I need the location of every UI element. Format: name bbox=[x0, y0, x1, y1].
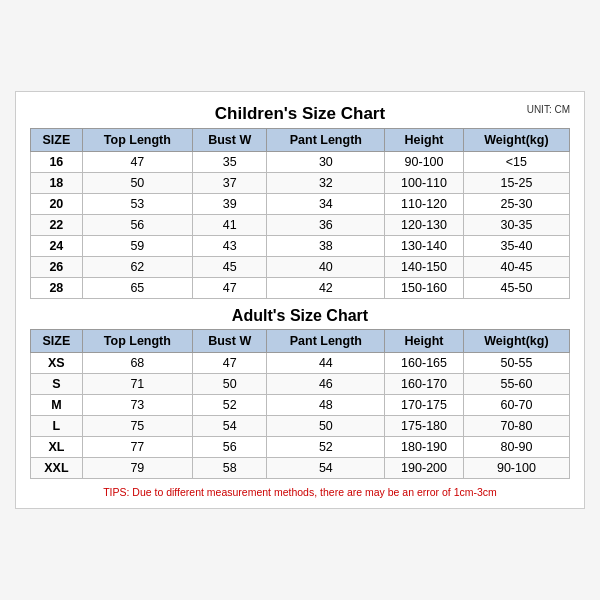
col-weight-adult: Weight(kg) bbox=[463, 330, 569, 353]
col-size-adult: SIZE bbox=[31, 330, 83, 353]
unit-label: UNIT: CM bbox=[527, 104, 570, 115]
chart-title: Children's Size Chart UNIT: CM bbox=[30, 104, 570, 124]
children-header-row: SIZE Top Length Bust W Pant Length Heigh… bbox=[31, 129, 570, 152]
table-row: 24594338130-14035-40 bbox=[31, 236, 570, 257]
table-row: 18503732100-11015-25 bbox=[31, 173, 570, 194]
table-row: XL775652180-19080-90 bbox=[31, 437, 570, 458]
table-row: L755450175-18070-80 bbox=[31, 416, 570, 437]
children-table: SIZE Top Length Bust W Pant Length Heigh… bbox=[30, 128, 570, 299]
tips-text: TIPS: Due to different measurement metho… bbox=[30, 486, 570, 498]
col-pant-length: Pant Length bbox=[267, 129, 385, 152]
table-row: 26624540140-15040-45 bbox=[31, 257, 570, 278]
col-top-length: Top Length bbox=[82, 129, 192, 152]
col-height: Height bbox=[385, 129, 464, 152]
table-row: 22564136120-13030-35 bbox=[31, 215, 570, 236]
table-row: XS684744160-16550-55 bbox=[31, 353, 570, 374]
chart-container: Children's Size Chart UNIT: CM SIZE Top … bbox=[15, 91, 585, 509]
adult-title: Adult's Size Chart bbox=[30, 299, 570, 329]
col-size: SIZE bbox=[31, 129, 83, 152]
table-row: S715046160-17055-60 bbox=[31, 374, 570, 395]
col-height-adult: Height bbox=[385, 330, 464, 353]
col-weight: Weight(kg) bbox=[463, 129, 569, 152]
children-title: Children's Size Chart bbox=[215, 104, 385, 123]
col-top-length-adult: Top Length bbox=[82, 330, 192, 353]
col-bust-w-adult: Bust W bbox=[192, 330, 266, 353]
adult-table: SIZE Top Length Bust W Pant Length Heigh… bbox=[30, 329, 570, 479]
table-row: 1647353090-100<15 bbox=[31, 152, 570, 173]
table-row: M735248170-17560-70 bbox=[31, 395, 570, 416]
adult-header-row: SIZE Top Length Bust W Pant Length Heigh… bbox=[31, 330, 570, 353]
table-row: 28654742150-16045-50 bbox=[31, 278, 570, 299]
table-row: XXL795854190-20090-100 bbox=[31, 458, 570, 479]
table-row: 20533934110-12025-30 bbox=[31, 194, 570, 215]
col-bust-w: Bust W bbox=[192, 129, 266, 152]
col-pant-length-adult: Pant Length bbox=[267, 330, 385, 353]
